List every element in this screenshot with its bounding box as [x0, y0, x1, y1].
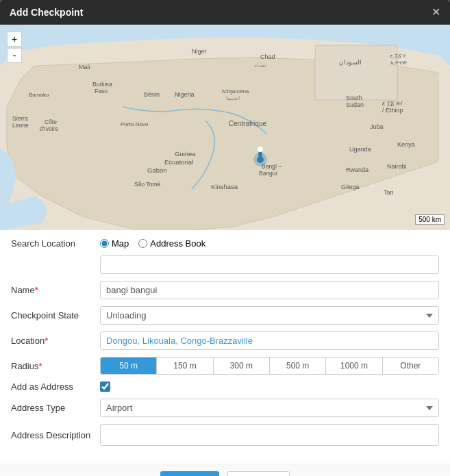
radius-150m-button[interactable]: 150 m [157, 358, 213, 374]
svg-text:ε ፲፩ ጵ/: ε ፲፩ ጵ/ [382, 100, 403, 107]
address-description-row: Address Description [11, 424, 439, 446]
svg-text:Kinshasa: Kinshasa [211, 183, 238, 190]
checkpoint-state-label: Checkpoint State [11, 310, 100, 321]
search-input[interactable] [100, 255, 439, 274]
svg-text:Uganda: Uganda [349, 146, 371, 153]
map-svg: Mali Niger Chad تشاد السودان ε ፲፩ ሃ ኢትዮጵ… [0, 25, 450, 230]
svg-text:N'Djaména: N'Djaména [222, 88, 249, 95]
svg-text:Gabon: Gabon [147, 166, 167, 174]
svg-text:Centrafrique: Centrafrique [229, 120, 266, 127]
radius-wrap: 50 m 150 m 300 m 500 m 1000 m Other [100, 357, 439, 375]
map-controls: + - [7, 32, 22, 64]
radio-map-option[interactable]: Map [100, 238, 129, 249]
svg-text:Juba: Juba [370, 123, 384, 130]
location-input[interactable] [100, 331, 439, 350]
svg-text:South: South [346, 95, 362, 101]
svg-text:Côte: Côte [45, 118, 57, 125]
map-scale: 500 km [415, 214, 445, 225]
name-row: Name* [11, 281, 439, 299]
cancel-button[interactable]: Cancel [227, 471, 289, 476]
svg-text:Niger: Niger [192, 48, 207, 55]
radius-300m-button[interactable]: 300 m [214, 358, 270, 374]
name-field-wrap [100, 281, 439, 299]
map-container[interactable]: Mali Niger Chad تشاد السودان ε ፲፩ ሃ ኢትዮጵ… [0, 25, 450, 230]
add-as-address-wrap [100, 381, 439, 392]
modal-title: Add Checkpoint [10, 7, 83, 18]
address-type-row: Address Type Airport Port Warehouse Offi… [11, 399, 439, 417]
radius-row: Radius* 50 m 150 m 300 m 500 m 1000 m Ot… [11, 357, 439, 375]
add-as-address-label: Add as Address [11, 381, 100, 392]
svg-text:/ Ethiop: / Ethiop [382, 107, 403, 114]
form-area: Search Location Map Address Book 🔍 [0, 230, 450, 464]
svg-text:Sudan: Sudan [346, 101, 364, 108]
radio-address-book-label: Address Book [150, 238, 205, 249]
add-as-address-row: Add as Address [11, 381, 439, 392]
form-footer: Save Cancel [0, 464, 450, 476]
name-label: Name* [11, 285, 100, 295]
search-location-row: Search Location Map Address Book [11, 238, 439, 249]
address-type-wrap: Airport Port Warehouse Office Other [100, 399, 439, 417]
svg-text:Chad: Chad [260, 53, 275, 60]
svg-text:ε ፲፩ ሃ: ε ፲፩ ሃ [390, 53, 405, 59]
svg-text:Leone: Leone [12, 122, 29, 129]
address-description-wrap [100, 424, 439, 446]
svg-text:Rwanda: Rwanda [346, 166, 368, 173]
checkpoint-state-select[interactable]: Unloading Loading Stop [100, 306, 439, 325]
svg-text:ኢትዮጵ: ኢትዮጵ [390, 60, 407, 66]
address-type-label: Address Type [11, 403, 100, 413]
location-label: Location* [11, 336, 100, 346]
radio-address-book-option[interactable]: Address Book [138, 238, 205, 249]
search-location-label: Search Location [11, 238, 100, 249]
svg-text:Tan: Tan [384, 189, 394, 196]
zoom-in-button[interactable]: + [7, 32, 22, 47]
address-description-label: Address Description [11, 430, 100, 440]
search-location-controls: Map Address Book [100, 238, 439, 249]
svg-text:Mali: Mali [79, 64, 90, 71]
address-type-select[interactable]: Airport Port Warehouse Office Other [100, 399, 439, 417]
svg-point-42 [258, 147, 263, 152]
name-input[interactable] [100, 281, 439, 299]
svg-text:Kenya: Kenya [397, 141, 415, 148]
svg-text:Burkina: Burkina [92, 81, 112, 88]
save-button[interactable]: Save [160, 471, 219, 476]
search-wrap: 🔍 [100, 255, 439, 274]
address-description-input[interactable] [100, 424, 439, 446]
svg-text:Porto-Novo: Porto-Novo [121, 121, 149, 127]
svg-text:انجمينا: انجمينا [226, 95, 240, 101]
radius-group: 50 m 150 m 300 m 500 m 1000 m Other [100, 357, 439, 375]
add-checkpoint-modal: Add Checkpoint ✕ Mali Niger Chad تشاد ال… [0, 0, 450, 476]
add-as-address-checkbox[interactable] [100, 381, 110, 392]
svg-text:Faso: Faso [95, 88, 108, 95]
radio-address-book-input[interactable] [138, 239, 147, 248]
svg-text:Sierra: Sierra [12, 115, 28, 122]
svg-text:Gitega: Gitega [341, 184, 360, 190]
svg-text:Bénin: Bénin [144, 91, 160, 98]
svg-text:Bamako: Bamako [29, 92, 49, 98]
radio-map-input[interactable] [100, 239, 109, 248]
svg-rect-1 [315, 45, 397, 100]
close-button[interactable]: ✕ [432, 7, 440, 18]
radius-1000m-button[interactable]: 1000 m [326, 358, 382, 374]
location-row: Location* [11, 331, 439, 350]
checkpoint-state-row: Checkpoint State Unloading Loading Stop [11, 306, 439, 325]
radius-500m-button[interactable]: 500 m [270, 358, 326, 374]
svg-text:Nairobi: Nairobi [387, 163, 407, 170]
zoom-out-button[interactable]: - [7, 48, 22, 63]
radio-group: Map Address Book [100, 238, 439, 249]
radius-50m-button[interactable]: 50 m [101, 358, 157, 374]
svg-text:السودان: السودان [339, 59, 362, 66]
location-field-wrap [100, 331, 439, 350]
search-box-row: 🔍 [11, 255, 439, 274]
svg-text:Guinea: Guinea [175, 150, 196, 158]
radius-label: Radius* [11, 361, 100, 371]
radius-other-button[interactable]: Other [383, 358, 438, 374]
svg-text:d'Ivoire: d'Ivoire [40, 125, 58, 132]
svg-text:São Tomé: São Tomé [134, 181, 160, 188]
svg-text:Bangui: Bangui [259, 170, 277, 177]
checkpoint-state-wrap: Unloading Loading Stop [100, 306, 439, 325]
svg-text:Ecuatorial: Ecuatorial [164, 158, 193, 166]
svg-text:تشاد: تشاد [254, 62, 266, 68]
radio-map-label: Map [112, 238, 129, 249]
modal-header: Add Checkpoint ✕ [0, 0, 450, 25]
svg-text:Nigeria: Nigeria [175, 91, 195, 98]
